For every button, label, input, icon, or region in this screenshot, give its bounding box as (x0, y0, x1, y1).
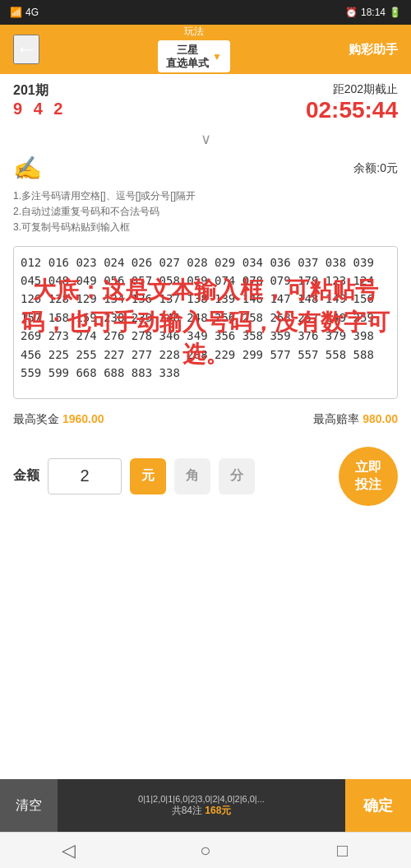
nav-back-button[interactable]: ◁ (48, 833, 89, 869)
alarm-icon: ⏰ (345, 7, 358, 18)
helper-label: 购彩助手 (349, 42, 398, 58)
bottom-bar: 清空 0|1|2,0|1|6,0|2|3,0|2|4,0|2|6,0|... 共… (0, 779, 411, 832)
amount-label: 金额 (13, 467, 39, 485)
bets-count: 共84注 168元 (172, 804, 232, 818)
balance-text: 余额:0元 (353, 161, 398, 176)
dropdown-arrow-icon[interactable]: ∨ (201, 131, 211, 147)
edit-icon: ✍ (13, 155, 42, 182)
period-timer: 02:55:44 (306, 97, 398, 123)
prize-row: 最高奖金 1960.00 最高赔率 980.00 (0, 406, 411, 434)
unit-jiao-button[interactable]: 角 (174, 458, 210, 494)
period-result: 9 4 2 (13, 100, 66, 118)
number-input-area[interactable]: 012 016 023 024 026 027 028 029 034 036 … (13, 246, 398, 399)
clear-button[interactable]: 清空 (0, 779, 58, 832)
max-prize-label: 最高奖金 (13, 412, 59, 425)
signal-text: 4G (25, 7, 39, 18)
mode-selector-button[interactable]: 三星 直选单式 ▼ (156, 39, 232, 74)
nav-home-button[interactable]: ○ (185, 833, 226, 869)
tip-3: 3.可复制号码粘贴到输入框 (13, 220, 398, 235)
tips-section: 1.多注号码请用空格[]、逗号[]或分号[]隔开 2.自动过滤重复号码和不合法号… (0, 185, 411, 239)
period-right: 距202期截止 02:55:44 (306, 82, 398, 123)
unit-yuan-button[interactable]: 元 (130, 458, 166, 494)
bottom-info: 0|1|2,0|1|6,0|2|3,0|2|4,0|2|6,0|... 共84注… (58, 794, 345, 818)
time-text: 18:14 (361, 7, 386, 18)
balance-row: ✍ 余额:0元 (0, 151, 411, 185)
submit-button[interactable]: 立即 投注 (339, 447, 398, 506)
amount-highlight: 168元 (205, 805, 231, 816)
play-label: 玩法 (184, 25, 204, 39)
max-prize: 最高奖金 1960.00 (13, 412, 104, 427)
amount-input[interactable] (48, 458, 122, 494)
period-deadline: 距202期截止 (306, 82, 398, 97)
header: ← 玩法 三星 直选单式 ▼ 购彩助手 (0, 25, 411, 74)
status-left: 📶 4G (10, 7, 39, 18)
period-number: 201期 (13, 82, 66, 100)
mode-dropdown-icon: ▼ (212, 51, 222, 63)
status-bar: 📶 4G ⏰ 18:14 🔋 (0, 0, 411, 25)
signal-icon: 📶 (10, 7, 22, 18)
dropdown-row[interactable]: ∨ (0, 127, 411, 151)
max-rate: 最高赔率 980.00 (313, 412, 398, 427)
number-textarea[interactable]: 012 016 023 024 026 027 028 029 034 036 … (14, 247, 397, 395)
tip-2: 2.自动过滤重复号码和不合法号码 (13, 204, 398, 220)
nav-menu-button[interactable]: □ (322, 833, 363, 869)
unit-fen-button[interactable]: 分 (219, 458, 255, 494)
amount-row: 金额 元 角 分 立即 投注 (0, 434, 411, 519)
period-left: 201期 9 4 2 (13, 82, 66, 118)
confirm-button[interactable]: 确定 (345, 779, 411, 832)
max-prize-value: 1960.00 (62, 412, 104, 425)
tip-1: 1.多注号码请用空格[]、逗号[]或分号[]隔开 (13, 188, 398, 204)
max-rate-value: 980.00 (363, 412, 398, 425)
battery-icon: 🔋 (389, 7, 401, 18)
header-center: 玩法 三星 直选单式 ▼ (156, 25, 232, 74)
nav-bar: ◁ ○ □ (0, 832, 411, 868)
mode-label: 三星 直选单式 (166, 44, 209, 69)
status-right: ⏰ 18:14 🔋 (345, 7, 401, 18)
back-button[interactable]: ← (13, 35, 39, 64)
bets-preview: 0|1|2,0|1|6,0|2|3,0|2|4,0|2|6,0|... (138, 794, 265, 804)
max-rate-label: 最高赔率 (313, 412, 359, 425)
period-row: 201期 9 4 2 距202期截止 02:55:44 (0, 74, 411, 127)
count-label: 共84注 (172, 805, 202, 816)
